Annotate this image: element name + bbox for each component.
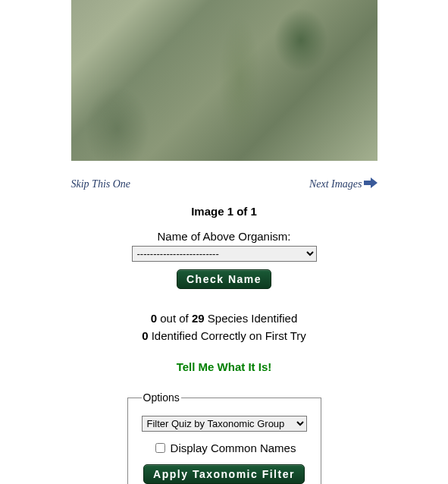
total-species-count: 29: [192, 312, 205, 325]
check-name-button[interactable]: Check Name: [177, 269, 271, 289]
image-counter: Image 1 of 1: [191, 205, 257, 218]
nav-row: Skip This One Next Images: [71, 178, 378, 191]
taxonomic-group-select[interactable]: Filter Quiz by Taxonomic Group: [142, 416, 307, 432]
display-common-names-checkbox[interactable]: [155, 443, 165, 453]
options-fieldset: Options Filter Quiz by Taxonomic Group D…: [127, 391, 321, 484]
skip-this-one-link[interactable]: Skip This One: [71, 178, 131, 190]
organism-image: [71, 0, 378, 161]
organism-name-label: Name of Above Organism:: [158, 230, 291, 243]
correct-first-try-line: 0 Identified Correctly on First Try: [142, 329, 306, 342]
display-common-names-label[interactable]: Display Common Names: [171, 442, 296, 454]
options-legend: Options: [142, 391, 181, 404]
identified-count: 0: [151, 312, 157, 325]
next-images-label: Next Images: [309, 178, 362, 190]
arrow-right-icon: [364, 178, 378, 191]
species-identified-line: 0 out of 29 Species Identified: [142, 312, 306, 325]
tell-me-what-it-is-link[interactable]: Tell Me What It Is!: [177, 360, 272, 373]
svg-marker-0: [364, 178, 378, 188]
apply-taxonomic-filter-button[interactable]: Apply Taxonomic Filter: [143, 464, 305, 484]
organism-select[interactable]: -------------------------: [132, 246, 317, 262]
score-section: 0 out of 29 Species Identified 0 Identif…: [142, 312, 306, 347]
next-images-link[interactable]: Next Images: [309, 178, 378, 191]
